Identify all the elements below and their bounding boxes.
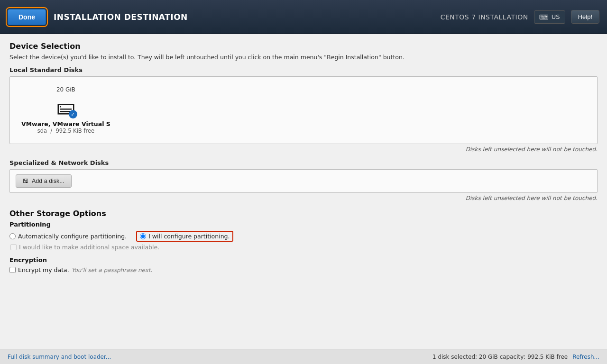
partitioning-label: Partitioning bbox=[9, 221, 598, 228]
encrypt-checkbox[interactable] bbox=[9, 267, 16, 273]
disk-size: 20 GiB bbox=[21, 86, 110, 93]
disk-item[interactable]: 20 GiB 🖴 ✓ VMware, VMware Virtual S sda … bbox=[16, 82, 116, 138]
auto-partition-option[interactable]: Automatically configure partitioning. bbox=[9, 233, 127, 240]
encrypt-row: Encrypt my data. You'll set a passphrase… bbox=[9, 266, 598, 273]
encrypt-label: Encrypt my data. bbox=[18, 266, 69, 273]
encryption-label: Encryption bbox=[9, 256, 598, 264]
full-disk-summary-link[interactable]: Full disk summary and boot loader... bbox=[8, 354, 111, 360]
other-storage-title: Other Storage Options bbox=[9, 209, 598, 218]
local-disks-label: Local Standard Disks bbox=[9, 66, 598, 73]
specialized-disks-label: Specialized & Network Disks bbox=[9, 159, 598, 166]
header-right: CENTOS 7 INSTALLATION ⌨ US Help! bbox=[441, 10, 599, 24]
local-disk-grid: 20 GiB 🖴 ✓ VMware, VMware Virtual S sda … bbox=[9, 76, 598, 144]
auto-partition-radio[interactable] bbox=[9, 233, 16, 239]
additional-space-checkbox[interactable] bbox=[10, 244, 17, 250]
additional-space-row: I would like to make additional space av… bbox=[10, 244, 598, 251]
other-storage-options: Other Storage Options Partitioning Autom… bbox=[9, 209, 598, 273]
manual-partition-label: I will configure partitioning. bbox=[148, 233, 230, 240]
page-title: INSTALLATION DESTINATION bbox=[54, 12, 188, 22]
centos-label: CENTOS 7 INSTALLATION bbox=[441, 13, 528, 21]
footer-right: 1 disk selected; 20 GiB capacity; 992.5 … bbox=[432, 354, 599, 360]
partitioning-radio-row: Automatically configure partitioning. I … bbox=[9, 231, 598, 242]
disk-path: sda bbox=[37, 127, 47, 134]
encryption-group: Encryption Encrypt my data. You'll set a… bbox=[9, 256, 598, 273]
manual-partition-radio[interactable] bbox=[140, 233, 146, 239]
help-button[interactable]: Help! bbox=[571, 10, 599, 24]
device-selection-desc: Select the device(s) you'd like to insta… bbox=[9, 54, 598, 61]
add-disk-label: Add a disk... bbox=[32, 178, 64, 184]
specialized-disks-note: Disks left unselected here will not be t… bbox=[9, 195, 598, 201]
done-button[interactable]: Done bbox=[8, 9, 46, 25]
additional-space-label: I would like to make additional space av… bbox=[19, 244, 159, 251]
partitioning-group: Partitioning Automatically configure par… bbox=[9, 221, 598, 251]
header-left: Done INSTALLATION DESTINATION bbox=[8, 9, 188, 25]
local-disks-note: Disks left unselected here will not be t… bbox=[9, 146, 598, 153]
header: Done INSTALLATION DESTINATION CENTOS 7 I… bbox=[0, 0, 607, 34]
auto-partition-label: Automatically configure partitioning. bbox=[18, 233, 127, 240]
manual-partition-option[interactable]: I will configure partitioning. bbox=[136, 231, 233, 242]
add-disk-button[interactable]: 🖫 Add a disk... bbox=[16, 174, 72, 188]
encrypt-hint: You'll set a passphrase next. bbox=[72, 267, 153, 273]
add-disk-icon: 🖫 bbox=[23, 178, 29, 184]
device-selection-title: Device Selection bbox=[9, 42, 598, 51]
disk-free: 992.5 KiB free bbox=[56, 127, 95, 134]
add-disk-box: 🖫 Add a disk... bbox=[9, 169, 598, 193]
keyboard-lang: US bbox=[552, 13, 560, 20]
keyboard-icon: ⌨ bbox=[539, 13, 549, 21]
footer-status: 1 disk selected; 20 GiB capacity; 992.5 … bbox=[432, 354, 568, 360]
main-content: Device Selection Select the device(s) yo… bbox=[0, 34, 607, 364]
disk-name: VMware, VMware Virtual S bbox=[21, 120, 110, 127]
disk-icon-wrap: 🖴 ✓ bbox=[56, 96, 75, 118]
refresh-link[interactable]: Refresh... bbox=[572, 354, 599, 360]
footer: Full disk summary and boot loader... 1 d… bbox=[0, 349, 607, 364]
disk-sub: sda / 992.5 KiB free bbox=[21, 127, 110, 134]
keyboard-selector[interactable]: ⌨ US bbox=[534, 10, 565, 24]
disk-checkmark: ✓ bbox=[69, 110, 77, 118]
